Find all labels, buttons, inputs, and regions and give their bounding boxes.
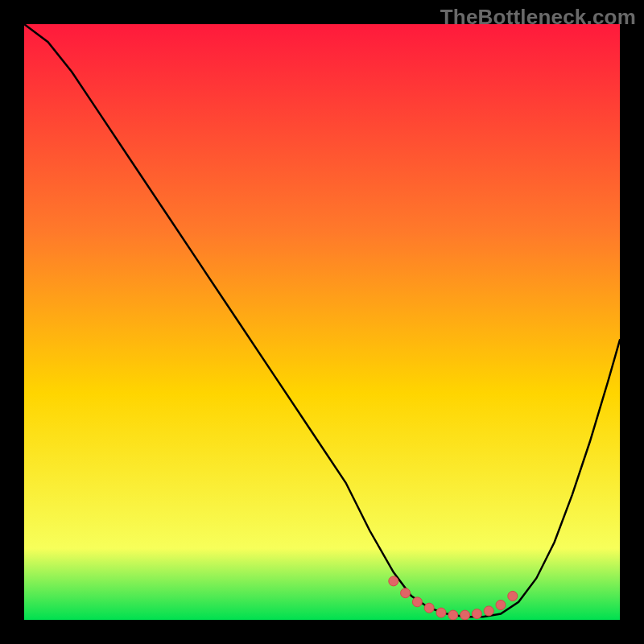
trough-marker	[460, 610, 470, 620]
trough-marker	[412, 597, 422, 607]
trough-marker	[436, 608, 446, 617]
bottleneck-chart	[24, 24, 620, 620]
trough-marker	[508, 591, 518, 601]
chart-stage: TheBottleneck.com	[0, 0, 644, 644]
trough-marker	[496, 601, 506, 610]
trough-marker	[484, 606, 493, 616]
trough-marker	[401, 588, 411, 598]
trough-marker	[424, 603, 434, 613]
plot-background	[24, 24, 620, 620]
trough-marker	[448, 610, 458, 620]
trough-marker	[389, 576, 398, 586]
watermark-text: TheBottleneck.com	[440, 5, 636, 30]
trough-marker	[472, 609, 481, 619]
